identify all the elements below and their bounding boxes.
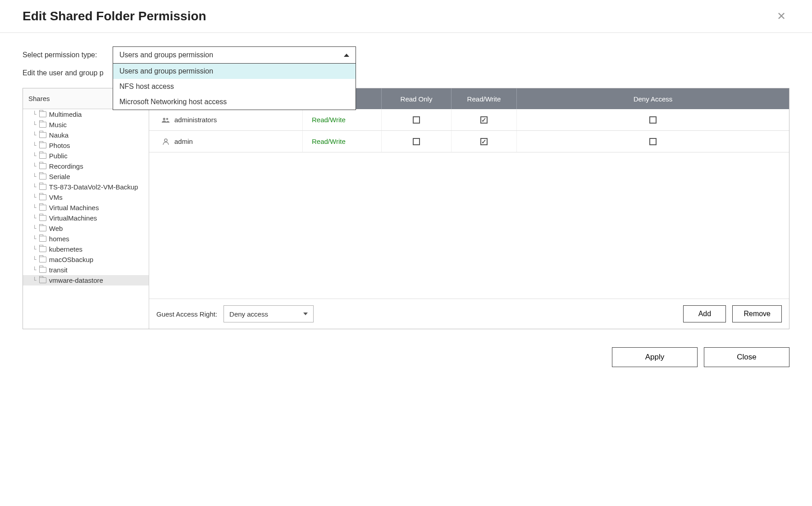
share-name: VirtualMachines: [49, 214, 97, 222]
tree-branch-icon: └: [33, 163, 36, 170]
tree-branch-icon: └: [33, 142, 36, 149]
tree-branch-icon: └: [33, 111, 36, 118]
share-item[interactable]: └transit: [23, 265, 149, 275]
tree-branch-icon: └: [33, 204, 36, 211]
share-item[interactable]: └Music: [23, 120, 149, 130]
tree-branch-icon: └: [33, 152, 36, 159]
dialog-body: Select permission type: Users and groups…: [0, 33, 812, 338]
dialog-footer: Apply Close: [0, 338, 812, 381]
share-name: Recordings: [49, 162, 83, 170]
folder-icon: [39, 257, 46, 262]
tree-branch-icon: └: [33, 184, 36, 190]
principal-name: admin: [174, 138, 193, 145]
shares-pane: Shares └Multimedia└Music└Nauka└Photos└Pu…: [23, 88, 149, 329]
share-item[interactable]: └VMs: [23, 192, 149, 202]
tree-branch-icon: └: [33, 267, 36, 273]
share-item[interactable]: └vmware-datastore: [23, 275, 149, 285]
share-item[interactable]: └Photos: [23, 140, 149, 151]
deny-access-checkbox[interactable]: [649, 138, 657, 145]
share-item[interactable]: └Public: [23, 151, 149, 161]
svg-point-2: [164, 139, 167, 142]
dropdown-trigger[interactable]: Users and groups permission: [113, 46, 356, 64]
share-item[interactable]: └VirtualMachines: [23, 213, 149, 223]
svg-point-1: [166, 118, 169, 120]
folder-icon: [39, 184, 46, 190]
preview-value: Read/Write: [312, 116, 346, 124]
dropdown-menu: Users and groups permission NFS host acc…: [113, 64, 356, 110]
share-name: kubernetes: [49, 245, 82, 253]
share-name: Music: [49, 121, 67, 129]
share-name: Public: [49, 152, 68, 160]
svg-point-0: [163, 118, 165, 120]
main-panel: Shares └Multimedia└Music└Nauka└Photos└Pu…: [23, 88, 789, 329]
share-item[interactable]: └Nauka: [23, 130, 149, 140]
share-item[interactable]: └TS-873-DataVol2-VM-Backup: [23, 182, 149, 192]
share-item[interactable]: └Multimedia: [23, 109, 149, 120]
col-header-deny-access: Deny Access: [516, 88, 789, 109]
share-name: Photos: [49, 142, 70, 149]
read-only-checkbox[interactable]: [413, 138, 420, 145]
tree-branch-icon: └: [33, 132, 36, 138]
share-name: macOSbackup: [49, 256, 93, 263]
share-item[interactable]: └homes: [23, 234, 149, 244]
permissions-pane: Permissions Preview Read Only Read/Write…: [149, 88, 789, 329]
close-icon[interactable]: ✕: [773, 9, 789, 23]
permission-type-dropdown[interactable]: Users and groups permission Users and gr…: [113, 46, 356, 64]
tree-branch-icon: └: [33, 215, 36, 221]
folder-icon: [39, 122, 46, 128]
share-name: VMs: [49, 193, 63, 201]
folder-icon: [39, 236, 46, 242]
chevron-up-icon: [344, 54, 349, 57]
shares-list[interactable]: └Multimedia└Music└Nauka└Photos└Public└Re…: [23, 109, 149, 329]
share-name: Nauka: [49, 131, 68, 139]
share-item[interactable]: └Web: [23, 223, 149, 234]
folder-icon: [39, 205, 46, 211]
permissions-rows: administratorsRead/WriteadminRead/Write: [149, 109, 789, 299]
folder-icon: [39, 194, 46, 200]
dropdown-selected-value: Users and groups permission: [119, 51, 213, 59]
apply-button[interactable]: Apply: [612, 347, 698, 367]
read-write-checkbox[interactable]: [480, 138, 488, 145]
folder-icon: [39, 111, 46, 117]
folder-icon: [39, 132, 46, 138]
tree-branch-icon: └: [33, 173, 36, 180]
add-button[interactable]: Add: [683, 305, 726, 322]
share-name: Seriale: [49, 173, 70, 180]
tree-branch-icon: └: [33, 225, 36, 232]
tree-branch-icon: └: [33, 235, 36, 242]
folder-icon: [39, 153, 46, 159]
share-item[interactable]: └macOSbackup: [23, 254, 149, 265]
tree-branch-icon: └: [33, 121, 36, 128]
col-header-read-only: Read Only: [381, 88, 451, 109]
share-item[interactable]: └Seriale: [23, 171, 149, 182]
remove-button[interactable]: Remove: [732, 305, 782, 322]
permission-row: adminRead/Write: [149, 131, 789, 152]
bottom-bar: Guest Access Right: Deny access Add Remo…: [149, 299, 789, 329]
group-icon: [162, 116, 170, 124]
share-item[interactable]: └kubernetes: [23, 244, 149, 254]
tree-branch-icon: └: [33, 194, 36, 201]
permission-row: administratorsRead/Write: [149, 109, 789, 131]
preview-value: Read/Write: [312, 138, 346, 145]
read-only-checkbox[interactable]: [413, 116, 420, 124]
folder-icon: [39, 143, 46, 148]
share-item[interactable]: └Virtual Machines: [23, 202, 149, 213]
folder-icon: [39, 174, 46, 179]
share-name: transit: [49, 266, 68, 274]
guest-access-select[interactable]: Deny access: [224, 305, 314, 322]
share-name: Multimedia: [49, 110, 82, 118]
folder-icon: [39, 246, 46, 252]
deny-access-checkbox[interactable]: [649, 116, 657, 124]
close-button[interactable]: Close: [704, 347, 789, 367]
edit-permission-dialog: Edit Shared Folder Permission ✕ Select p…: [0, 0, 812, 506]
folder-icon: [39, 225, 46, 231]
dropdown-option[interactable]: Users and groups permission: [113, 64, 356, 79]
read-write-checkbox[interactable]: [480, 116, 488, 124]
tree-branch-icon: └: [33, 256, 36, 263]
share-name: Web: [49, 225, 63, 232]
chevron-down-icon: [303, 313, 308, 315]
dropdown-option[interactable]: Microsoft Networking host access: [113, 94, 356, 110]
tree-branch-icon: └: [33, 246, 36, 253]
share-item[interactable]: └Recordings: [23, 161, 149, 171]
dropdown-option[interactable]: NFS host access: [113, 79, 356, 94]
